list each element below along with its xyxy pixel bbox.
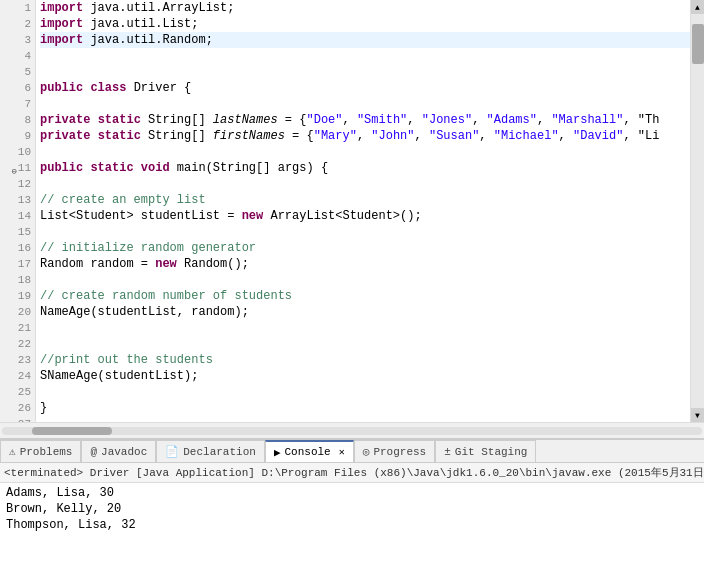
line-number-19: 19 xyxy=(0,288,35,304)
scroll-up-button[interactable]: ▲ xyxy=(691,0,705,14)
code-token: "David" xyxy=(573,129,623,143)
code-line-25[interactable] xyxy=(40,384,690,400)
code-line-26[interactable]: } xyxy=(40,400,690,416)
code-token: , "Li xyxy=(623,129,659,143)
line-number-6: 6 xyxy=(0,80,35,96)
h-scroll-thumb[interactable] xyxy=(32,427,112,435)
code-line-5[interactable] xyxy=(40,64,690,80)
code-token: Driver { xyxy=(126,81,191,95)
declaration-tab-icon: 📄 xyxy=(165,445,179,458)
line-number-16: 16 xyxy=(0,240,35,256)
code-line-27[interactable] xyxy=(40,416,690,422)
collapse-icon[interactable]: ⊖ xyxy=(9,164,17,172)
line-number-25: 25 xyxy=(0,384,35,400)
code-line-21[interactable] xyxy=(40,320,690,336)
scroll-down-button[interactable]: ▼ xyxy=(691,408,705,422)
code-token: List<Student> studentList = xyxy=(40,209,242,223)
code-line-6[interactable]: public class Driver { xyxy=(40,80,690,96)
code-line-17[interactable]: Random random = new Random(); xyxy=(40,256,690,272)
vertical-scrollbar[interactable]: ▲ ▼ xyxy=(690,0,704,422)
console-line: Adams, Lisa, 30 xyxy=(6,485,698,501)
line-numbers: 12345678910⊖1112131415161718192021222324… xyxy=(0,0,36,422)
tab-javadoc[interactable]: @Javadoc xyxy=(81,440,156,462)
console-area: <terminated> Driver [Java Application] D… xyxy=(0,463,704,583)
line-number-18: 18 xyxy=(0,272,35,288)
code-token: import xyxy=(40,1,83,15)
code-line-23[interactable]: //print out the students xyxy=(40,352,690,368)
scroll-track[interactable] xyxy=(691,14,705,408)
line-number-27: 27 xyxy=(0,416,35,422)
tab-problems[interactable]: ⚠Problems xyxy=(0,440,81,462)
tab-declaration[interactable]: 📄Declaration xyxy=(156,440,265,462)
code-line-7[interactable] xyxy=(40,96,690,112)
code-line-16[interactable]: // initialize random generator xyxy=(40,240,690,256)
code-line-14[interactable]: List<Student> studentList = new ArrayLis… xyxy=(40,208,690,224)
code-token: "Adams" xyxy=(487,113,537,127)
tab-console[interactable]: ▶Console✕ xyxy=(265,440,354,462)
editor-area: 12345678910⊖1112131415161718192021222324… xyxy=(0,0,704,439)
line-number-21: 21 xyxy=(0,320,35,336)
code-line-4[interactable] xyxy=(40,48,690,64)
code-line-9[interactable]: private static String[] firstNames = {"M… xyxy=(40,128,690,144)
code-token: "Doe" xyxy=(306,113,342,127)
tab-gitstaging[interactable]: ±Git Staging xyxy=(435,440,536,462)
progress-tab-icon: ◎ xyxy=(363,445,370,458)
line-number-20: 20 xyxy=(0,304,35,320)
code-line-10[interactable] xyxy=(40,144,690,160)
code-token: "Susan" xyxy=(429,129,479,143)
code-token: //print out the students xyxy=(40,353,213,367)
line-number-22: 22 xyxy=(0,336,35,352)
scroll-thumb[interactable] xyxy=(692,24,704,64)
line-number-8: 8 xyxy=(0,112,35,128)
code-token xyxy=(90,129,97,143)
code-line-3[interactable]: import java.util.Random; xyxy=(40,32,690,48)
code-line-8[interactable]: private static String[] lastNames = {"Do… xyxy=(40,112,690,128)
console-tab-icon: ▶ xyxy=(274,446,281,459)
line-number-23: 23 xyxy=(0,352,35,368)
line-number-17: 17 xyxy=(0,256,35,272)
code-line-20[interactable]: NameAge(studentList, random); xyxy=(40,304,690,320)
code-token: , xyxy=(357,129,371,143)
code-token: "Jones" xyxy=(422,113,472,127)
code-token: "John" xyxy=(371,129,414,143)
code-line-24[interactable]: SNameAge(studentList); xyxy=(40,368,690,384)
h-scroll-track[interactable] xyxy=(2,427,702,435)
code-token: = { xyxy=(278,113,307,127)
code-token: java.util.List; xyxy=(83,17,198,31)
code-token: SNameAge(studentList); xyxy=(40,369,198,383)
gitstaging-tab-icon: ± xyxy=(444,446,451,458)
line-number-11: ⊖11 xyxy=(0,160,35,176)
line-number-3: 3 xyxy=(0,32,35,48)
code-token: Random random = xyxy=(40,257,155,271)
code-token: } xyxy=(40,401,47,415)
code-line-1[interactable]: import java.util.ArrayList; xyxy=(40,0,690,16)
line-number-24: 24 xyxy=(0,368,35,384)
code-line-22[interactable] xyxy=(40,336,690,352)
tab-progress[interactable]: ◎Progress xyxy=(354,440,435,462)
code-token: // initialize random generator xyxy=(40,241,256,255)
code-line-13[interactable]: // create an empty list xyxy=(40,192,690,208)
code-line-18[interactable] xyxy=(40,272,690,288)
code-token: firstNames xyxy=(213,129,285,143)
code-token: NameAge(studentList, random); xyxy=(40,305,249,319)
console-line: Brown, Kelly, 20 xyxy=(6,501,698,517)
code-lines[interactable]: import java.util.ArrayList;import java.u… xyxy=(36,0,690,422)
code-line-19[interactable]: // create random number of students xyxy=(40,288,690,304)
code-token: , xyxy=(472,113,486,127)
code-token: "Smith" xyxy=(357,113,407,127)
code-token: new xyxy=(155,257,177,271)
close-tab-icon[interactable]: ✕ xyxy=(339,446,345,458)
line-number-2: 2 xyxy=(0,16,35,32)
horizontal-scrollbar[interactable] xyxy=(0,422,704,438)
gitstaging-tab-label: Git Staging xyxy=(455,446,528,458)
code-line-11[interactable]: public static void main(String[] args) { xyxy=(40,160,690,176)
console-line: Thompson, Lisa, 32 xyxy=(6,517,698,533)
code-token: "Marshall" xyxy=(551,113,623,127)
code-token: , "Th xyxy=(623,113,659,127)
code-line-15[interactable] xyxy=(40,224,690,240)
line-number-7: 7 xyxy=(0,96,35,112)
code-line-2[interactable]: import java.util.List; xyxy=(40,16,690,32)
code-line-12[interactable] xyxy=(40,176,690,192)
code-token: public xyxy=(40,161,83,175)
code-container: 12345678910⊖1112131415161718192021222324… xyxy=(0,0,704,422)
